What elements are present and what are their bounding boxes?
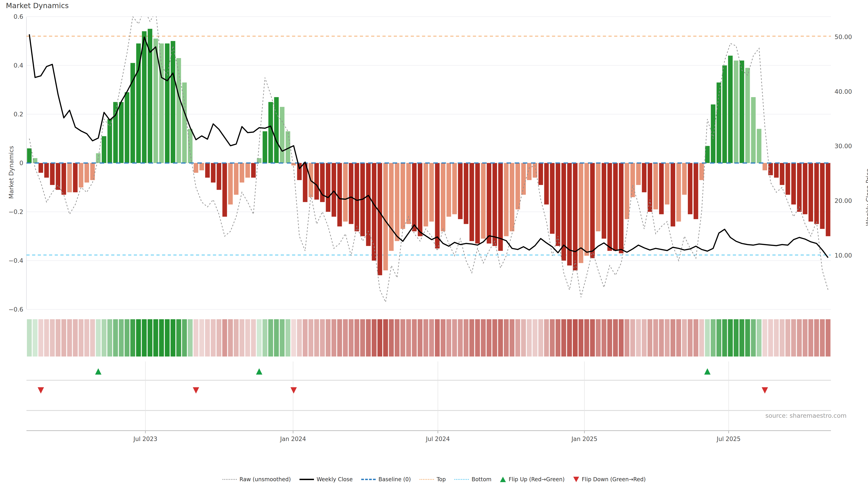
heatmap-cell[interactable] — [464, 319, 468, 357]
dynamics-bar[interactable] — [608, 163, 612, 251]
dynamics-bar[interactable] — [441, 163, 445, 231]
dynamics-bar[interactable] — [240, 163, 244, 183]
heatmap-cell[interactable] — [774, 319, 779, 357]
dynamics-bar[interactable] — [44, 163, 49, 178]
dynamics-bar[interactable] — [274, 97, 279, 163]
heatmap-cell[interactable] — [538, 319, 543, 357]
flip-down-marker[interactable] — [38, 387, 44, 394]
heatmap-cell[interactable] — [349, 319, 353, 357]
dynamics-bar[interactable] — [119, 102, 123, 163]
heatmap-cell[interactable] — [757, 319, 762, 357]
dynamics-bar[interactable] — [246, 163, 250, 178]
dynamics-bar[interactable] — [412, 163, 416, 231]
dynamics-bar[interactable] — [383, 163, 388, 270]
dynamics-bar[interactable] — [429, 163, 434, 222]
dynamics-bar[interactable] — [763, 163, 767, 170]
dynamics-bar[interactable] — [745, 68, 750, 163]
heatmap-cell[interactable] — [751, 319, 756, 357]
dynamics-bar[interactable] — [395, 163, 399, 241]
heatmap-cell[interactable] — [119, 319, 124, 357]
heatmap-cell[interactable] — [366, 319, 371, 357]
legend-item-baseline[interactable]: Baseline (0) — [361, 476, 411, 483]
dynamics-bar[interactable] — [79, 163, 83, 188]
dynamics-bar[interactable] — [142, 31, 147, 163]
dynamics-bar[interactable] — [194, 163, 198, 173]
heatmap-cell[interactable] — [440, 319, 445, 357]
heatmap-cell[interactable] — [199, 319, 204, 357]
heatmap-cell[interactable] — [240, 319, 244, 357]
flip-down-marker[interactable] — [193, 387, 199, 394]
dynamics-bar[interactable] — [550, 163, 555, 234]
heatmap-cell[interactable] — [38, 319, 43, 357]
dynamics-bar[interactable] — [792, 163, 796, 205]
dynamics-bar[interactable] — [205, 163, 210, 178]
dynamics-bar[interactable] — [527, 163, 531, 180]
heatmap-cell[interactable] — [262, 319, 267, 357]
heatmap-cell[interactable] — [343, 319, 348, 357]
dynamics-bar[interactable] — [510, 163, 514, 231]
heatmap-cell[interactable] — [285, 319, 290, 357]
heatmap-cell[interactable] — [808, 319, 813, 357]
heatmap-cell[interactable] — [159, 319, 164, 357]
flip-up-marker[interactable] — [256, 368, 262, 375]
dynamics-bar[interactable] — [722, 66, 727, 163]
heatmap-cell[interactable] — [297, 319, 302, 357]
dynamics-bar[interactable] — [544, 163, 549, 205]
heatmap-cell[interactable] — [222, 319, 227, 357]
dynamics-bar[interactable] — [521, 163, 526, 195]
heatmap-cell[interactable] — [780, 319, 784, 357]
heatmap-cell[interactable] — [601, 319, 606, 357]
dynamics-bar[interactable] — [630, 163, 635, 197]
dynamics-bar[interactable] — [90, 163, 95, 180]
dynamics-bar[interactable] — [596, 163, 600, 231]
heatmap-cell[interactable] — [613, 319, 618, 357]
heatmap-cell[interactable] — [544, 319, 549, 357]
heatmap-cell[interactable] — [446, 319, 451, 357]
heatmap-cell[interactable] — [625, 319, 629, 357]
dynamics-bar[interactable] — [780, 163, 784, 185]
flip-down-marker[interactable] — [290, 387, 297, 394]
dynamics-bar[interactable] — [297, 163, 302, 180]
heatmap-cell[interactable] — [153, 319, 158, 357]
dynamics-bar[interactable] — [665, 163, 669, 205]
heatmap-cell[interactable] — [711, 319, 715, 357]
dynamics-bar[interactable] — [268, 102, 273, 163]
dynamics-bar[interactable] — [734, 61, 738, 163]
flip-up-marker[interactable] — [704, 368, 710, 375]
market-dynamics-chart[interactable]: 0.60.40.20−0.2−0.4−0.650.0040.0030.0020.… — [0, 0, 868, 475]
heatmap-cell[interactable] — [705, 319, 710, 357]
heatmap-cell[interactable] — [165, 319, 169, 357]
dynamics-bar[interactable] — [688, 163, 692, 215]
heatmap-cell[interactable] — [412, 319, 416, 357]
heatmap-cell[interactable] — [728, 319, 733, 357]
dynamics-bar[interactable] — [217, 163, 221, 190]
dynamics-bar[interactable] — [424, 163, 428, 227]
dynamics-bar[interactable] — [67, 163, 72, 193]
dynamics-bar[interactable] — [418, 163, 422, 236]
heatmap-cell[interactable] — [550, 319, 555, 357]
heatmap-cell[interactable] — [79, 319, 84, 357]
heatmap-cell[interactable] — [717, 319, 721, 357]
heatmap-cell[interactable] — [498, 319, 503, 357]
dynamics-bar[interactable] — [676, 163, 681, 222]
heatmap-cell[interactable] — [205, 319, 210, 357]
dynamics-bar[interactable] — [515, 163, 520, 209]
dynamics-bar[interactable] — [372, 163, 376, 261]
heatmap-cell[interactable] — [435, 319, 440, 357]
heatmap-cell[interactable] — [90, 319, 95, 357]
dynamics-bar[interactable] — [446, 163, 451, 217]
heatmap-cell[interactable] — [763, 319, 767, 357]
heatmap-cell[interactable] — [567, 319, 572, 357]
heatmap-cell[interactable] — [337, 319, 342, 357]
dynamics-bar[interactable] — [481, 163, 486, 239]
dynamics-bar[interactable] — [199, 163, 204, 170]
heatmap-cell[interactable] — [33, 319, 37, 357]
heatmap-cell[interactable] — [630, 319, 635, 357]
legend-item-raw[interactable]: Raw (unsmoothed) — [222, 476, 291, 483]
dynamics-bar[interactable] — [251, 163, 256, 178]
heatmap-cell[interactable] — [61, 319, 66, 357]
dynamics-bar[interactable] — [693, 163, 698, 219]
dynamics-bar[interactable] — [785, 163, 790, 195]
dynamics-bar[interactable] — [487, 163, 491, 243]
heatmap-cell[interactable] — [797, 319, 802, 357]
